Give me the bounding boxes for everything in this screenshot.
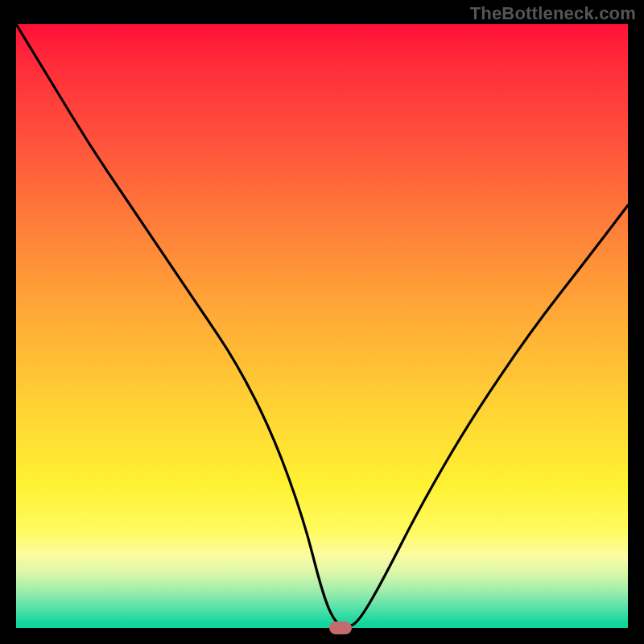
chart-frame: TheBottleneck.com bbox=[0, 0, 644, 644]
plot-area bbox=[16, 24, 628, 628]
watermark-text: TheBottleneck.com bbox=[470, 3, 636, 24]
bottleneck-curve-svg bbox=[16, 24, 628, 628]
optimum-marker bbox=[329, 621, 352, 634]
bottleneck-curve-path bbox=[16, 24, 628, 626]
